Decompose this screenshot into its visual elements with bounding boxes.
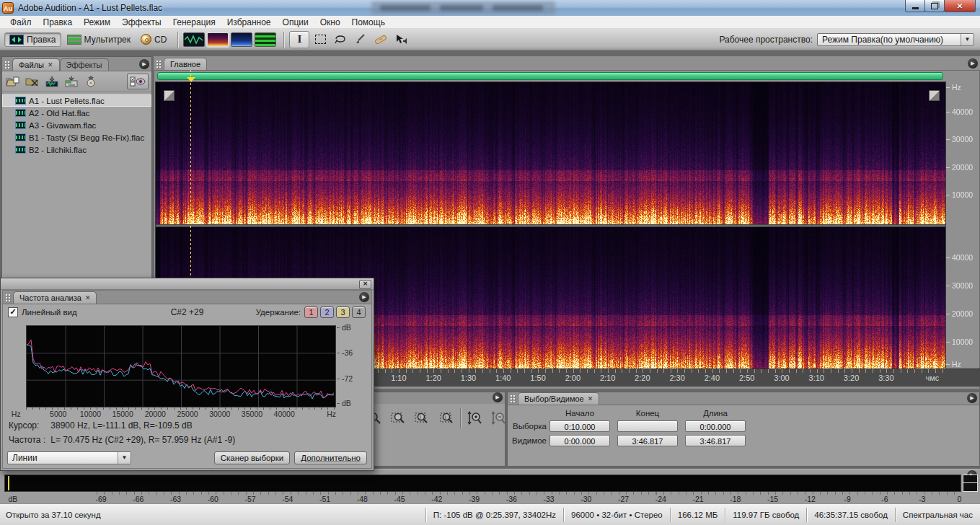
frequency-graph-x-axis: Hz50001000015000200002500030000350004000… [26, 408, 336, 418]
import-file-button[interactable] [5, 75, 21, 88]
cd-view-button[interactable]: CD [136, 32, 171, 46]
close-button[interactable]: ✕ [944, 0, 976, 12]
file-list-item[interactable]: A3 - Givawam.flac [2, 119, 151, 131]
view-length-field[interactable]: 3:46.817 [685, 435, 746, 446]
db-label: -36 [506, 495, 517, 503]
edit-view-button[interactable]: Правка [4, 32, 61, 47]
file-list-item[interactable]: B1 - Tasty (Si Begg Re-Fix).flac [2, 131, 151, 144]
status-bar: Открыто за 37.10 секунд П: -105 dB @ 0:2… [0, 503, 980, 525]
view-end-field[interactable]: 3:46.817 [617, 435, 678, 446]
close-icon[interactable]: ✕ [85, 294, 91, 301]
db-axis-label: dB [342, 323, 351, 332]
insert-into-session-button[interactable] [63, 75, 79, 88]
frequency-ruler-left-channel[interactable]: Hz40000300002000010000 [946, 81, 980, 226]
advanced-button[interactable]: Дополнительно [294, 451, 367, 464]
menu-item[interactable]: Режим [78, 16, 116, 29]
zoom-selection-right-button[interactable]: i [436, 410, 456, 427]
waveform-view-icon[interactable] [183, 32, 205, 47]
display-mode-dropdown[interactable]: Линии ▼ [7, 451, 131, 464]
close-icon[interactable]: ✕ [48, 61, 53, 69]
frequency-graph-canvas [27, 326, 335, 407]
menu-item[interactable]: Окно [314, 16, 346, 29]
frequency-graph[interactable] [26, 325, 336, 407]
restore-button[interactable] [924, 0, 945, 12]
time-label: 1:40 [495, 374, 511, 382]
menu-item[interactable]: Эффекты [116, 16, 167, 29]
spectral-view-icon[interactable] [207, 32, 229, 47]
zoom-to-selection-button[interactable] [389, 410, 408, 427]
hz-axis-label: 30000 [209, 410, 230, 418]
vertical-zoom-in-button[interactable] [464, 410, 484, 427]
playhead-marker[interactable] [187, 77, 195, 82]
panel-grip[interactable] [5, 294, 11, 302]
tab-main[interactable]: Главное [164, 58, 207, 70]
clip-indicators[interactable] [963, 475, 978, 492]
scrub-tool[interactable] [392, 32, 410, 48]
panel-grip[interactable] [510, 394, 516, 403]
panel-menu-button[interactable]: ▶ [493, 392, 503, 402]
menu-item[interactable]: Избранное [221, 16, 277, 29]
db-label: -63 [170, 495, 181, 503]
file-name: A3 - Givawam.flac [29, 121, 96, 130]
tab-files[interactable]: Файлы ✕ [12, 58, 60, 71]
panel-grip[interactable] [4, 61, 10, 69]
display-mode-value: Линии [8, 453, 118, 463]
channel-divider[interactable] [156, 224, 945, 227]
panel-menu-button[interactable]: ▶ [968, 58, 978, 69]
selection-end-field[interactable] [617, 420, 678, 432]
title-bar[interactable]: Au Adobe Audition - A1 - Lust Pellets.fl… [0, 0, 980, 17]
vertical-zoom-out-button[interactable] [488, 410, 508, 427]
close-button[interactable]: ✕ [359, 280, 371, 289]
cd-insert-icon [85, 76, 97, 87]
frequency-ruler-right-channel[interactable]: 40000300002000010000Hz [946, 226, 980, 369]
menu-item[interactable]: Опции [277, 16, 314, 29]
close-icon[interactable]: ✕ [588, 395, 593, 402]
close-file-button[interactable] [25, 75, 40, 88]
menu-item[interactable]: Правка [37, 16, 79, 29]
tab-files-label: Файлы [19, 61, 44, 69]
spectral-phase-view-icon[interactable] [255, 32, 276, 47]
panel-menu-button[interactable]: ▶ [967, 393, 977, 403]
magnifier-left-icon: i [415, 411, 431, 425]
workspace-dropdown[interactable]: Режим Правка(по умолчанию) ▼ [817, 33, 974, 46]
tab-selection-view[interactable]: Выбор/Видимое ✕ [518, 392, 599, 405]
frequency-window-titlebar[interactable]: ✕ [1, 278, 374, 290]
menu-item[interactable]: Файл [4, 16, 37, 29]
tab-effects[interactable]: Эффекты [60, 58, 109, 71]
selection-handle-left[interactable] [164, 90, 175, 101]
minimize-button[interactable] [905, 0, 925, 12]
overview-zoom-bar[interactable] [157, 72, 943, 80]
level-meter[interactable] [4, 475, 961, 492]
insert-into-cd-button[interactable] [83, 75, 99, 88]
db-label: -15 [767, 495, 778, 503]
tab-frequency-analysis[interactable]: Частота анализа ✕ [13, 291, 97, 304]
multitrack-view-button[interactable]: Мультитрек [63, 33, 135, 46]
chevron-down-icon[interactable]: ▼ [118, 452, 131, 464]
menu-item[interactable]: Генерация [167, 16, 221, 29]
marquee-selection-tool[interactable] [311, 32, 330, 48]
file-list-item[interactable]: A2 - Old Hat.flac [2, 107, 151, 119]
zoom-selection-left-button[interactable]: i [412, 410, 432, 427]
file-list-item[interactable]: A1 - Lust Pellets.flac [2, 94, 151, 107]
show-options-button[interactable] [127, 74, 149, 89]
adobe-audition-window: Au Adobe Audition - A1 - Lust Pellets.fl… [0, 0, 980, 525]
scan-selection-button[interactable]: Сканер выборки [214, 451, 291, 464]
time-selection-tool[interactable]: I [289, 31, 309, 48]
view-start-field[interactable]: 0:00.000 [549, 435, 610, 446]
effects-paintbrush-tool[interactable] [351, 32, 370, 48]
selection-handle-right[interactable] [929, 90, 940, 101]
panel-menu-button[interactable]: ▶ [139, 59, 149, 69]
selection-start-field[interactable]: 0:10.000 [549, 420, 610, 432]
spectral-pan-view-icon[interactable] [231, 32, 252, 47]
panel-menu-button[interactable]: ▶ [359, 292, 369, 302]
spot-healing-tool[interactable] [371, 32, 390, 48]
insert-into-multitrack-button[interactable] [44, 75, 60, 88]
frequency-analysis-window[interactable]: ✕ Частота анализа ✕ ▶ ✓ Линейный вид C#2… [0, 278, 374, 471]
lasso-selection-tool[interactable] [331, 32, 350, 48]
chevron-down-icon[interactable]: ▼ [961, 34, 974, 45]
menu-item[interactable]: Помощь [346, 16, 391, 29]
vertical-zoom-in-icon [467, 410, 482, 426]
selection-length-field[interactable]: 0:00.000 [685, 420, 746, 432]
file-list-item[interactable]: B2 - Lilchiki.flac [2, 144, 151, 156]
panel-grip[interactable] [156, 60, 162, 69]
